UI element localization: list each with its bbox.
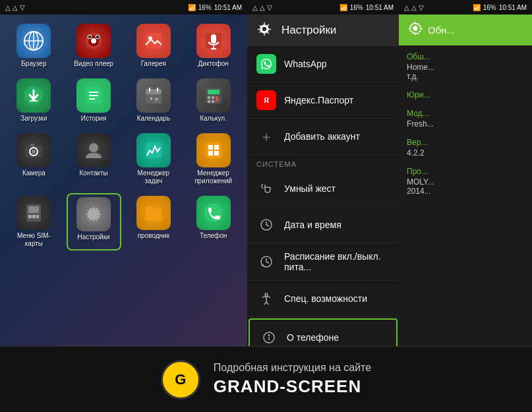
- dictaphone-icon: [196, 24, 231, 58]
- third-item-value-0: Home...: [407, 63, 524, 72]
- time-display: 10:51 AM: [214, 4, 242, 11]
- third-content: Обш... Home... т.д. Юри... Мод... Fresh.…: [399, 45, 532, 346]
- settings-item-yandex[interactable]: Я Яндекс.Паспорт: [247, 82, 399, 119]
- banner-title: GRAND-SCREEN: [214, 376, 371, 397]
- browser-icon: [16, 24, 51, 58]
- svg-rect-43: [214, 151, 219, 156]
- app-phone[interactable]: Телефон: [186, 193, 241, 250]
- app-taskmgr[interactable]: Менеджер задач: [127, 131, 181, 188]
- history-label: История: [81, 115, 107, 123]
- svg-point-37: [89, 143, 98, 152]
- app-dictaphone[interactable]: Диктофон: [186, 21, 241, 71]
- video-label: Видео плеер: [74, 60, 113, 68]
- app-gallery[interactable]: Галерея: [127, 21, 181, 71]
- third-status-bar: △ △ ▽ 📶 16% 10:51 AM: [399, 0, 532, 15]
- settings-item-accessibility[interactable]: Спец. возможности: [247, 281, 399, 317]
- settings-item-add-account[interactable]: ＋ Добавить аккаунт: [247, 119, 399, 155]
- calendar-icon: + =: [136, 78, 171, 113]
- download-icon: [16, 78, 51, 113]
- gesture-label: Умный жест: [284, 183, 336, 194]
- settings-item-gesture[interactable]: Умный жест: [247, 171, 399, 207]
- download-label: Загрузки: [20, 115, 47, 123]
- app-calendar[interactable]: + = Календарь: [127, 76, 181, 125]
- settings-label: Настройки: [78, 233, 110, 241]
- third-panel: △ △ ▽ 📶 16% 10:51 AM Обн... Об: [399, 0, 532, 346]
- settings-item-schedule[interactable]: Расписание вкл./выкл. пита...: [247, 243, 399, 281]
- svg-point-8: [96, 35, 100, 39]
- camera-label: Камера: [22, 169, 45, 177]
- settings-title: Настройки: [281, 24, 336, 37]
- bottom-banner: G Подробная инструкция на сайте GRAND-SC…: [0, 346, 532, 412]
- left-phone-panel: △ △ ▽ 📶 16% 10:51 AM Браузер Видео плеер: [0, 0, 247, 346]
- svg-point-49: [204, 204, 223, 222]
- gallery-label: Галерея: [141, 60, 166, 68]
- app-history[interactable]: История: [67, 76, 121, 125]
- svg-rect-30: [216, 96, 218, 102]
- svg-rect-46: [28, 215, 32, 218]
- right-section: △ △ ▽ 📶 16% 10:51 AM Настройки: [247, 0, 532, 346]
- app-video[interactable]: Видео плеер: [67, 21, 121, 71]
- third-gear-icon: [408, 21, 423, 39]
- svg-rect-12: [211, 34, 216, 44]
- app-sim[interactable]: Меню SIM-карты: [7, 193, 61, 250]
- app-contacts[interactable]: Контакты: [67, 131, 121, 188]
- banner-subtitle: Подробная инструкция на сайте: [214, 362, 371, 374]
- app-calc[interactable]: Калькул.: [186, 76, 241, 125]
- app-download[interactable]: Загрузки: [7, 76, 61, 125]
- third-item-value-0b: т.д.: [407, 72, 524, 81]
- svg-rect-9: [146, 33, 162, 49]
- svg-rect-48: [36, 215, 39, 218]
- settings-signal: 📶: [340, 4, 347, 11]
- app-appmgr[interactable]: Менеджер приложений: [186, 131, 241, 188]
- battery-level: 16%: [198, 4, 212, 11]
- third-header-title: Обн...: [428, 24, 455, 36]
- settings-item-about[interactable]: О телефоне: [249, 318, 398, 346]
- appmgr-icon: [196, 133, 231, 167]
- home-screen: Браузер Видео плеер Галерея Диктофон: [0, 15, 247, 346]
- settings-item-whatsapp[interactable]: WhatsApp: [247, 46, 399, 82]
- yandex-icon: Я: [256, 90, 276, 110]
- third-time: 10:51 AM: [499, 4, 527, 11]
- svg-point-6: [91, 38, 96, 44]
- calc-icon: [196, 78, 231, 113]
- gesture-icon: [256, 179, 276, 198]
- app-camera[interactable]: Камера: [7, 131, 61, 188]
- app-browser[interactable]: Браузер: [7, 21, 61, 71]
- add-account-icon: ＋: [256, 127, 276, 146]
- svg-rect-41: [214, 145, 219, 150]
- third-item-title-2: Мод...: [407, 109, 524, 118]
- whatsapp-label: WhatsApp: [284, 59, 327, 69]
- signal-icon: 📶: [188, 4, 196, 11]
- about-label: О телефоне: [287, 332, 339, 343]
- settings-list: WhatsApp Я Яндекс.Паспорт ＋ Добавить акк…: [247, 46, 399, 346]
- browser-label: Браузер: [21, 60, 46, 68]
- contacts-icon: [76, 133, 111, 167]
- system-section-header: СИСТЕМА: [247, 155, 399, 171]
- add-account-label: Добавить аккаунт: [284, 131, 360, 142]
- settings-icon-img: [76, 197, 111, 231]
- third-item-value-2: Fresh...: [407, 119, 524, 129]
- third-item-value-4b: 2014...: [407, 187, 524, 196]
- calc-label: Калькул.: [200, 115, 226, 123]
- svg-rect-47: [32, 215, 36, 218]
- third-item-value-3: 4.2.2: [407, 148, 524, 158]
- svg-rect-28: [208, 96, 210, 99]
- accessibility-icon: [256, 289, 276, 309]
- settings-header: Настройки: [247, 15, 399, 46]
- app-filemgr[interactable]: проводник: [127, 193, 181, 250]
- svg-point-35: [32, 150, 36, 154]
- third-item-2: Мод... Fresh...: [407, 109, 524, 129]
- datetime-label: Дата и время: [284, 220, 341, 230]
- third-status-right: 📶 16% 10:51 AM: [473, 4, 527, 11]
- third-item-0: Обш... Home... т.д.: [407, 52, 524, 81]
- app-settings[interactable]: Настройки: [67, 193, 121, 250]
- taskmgr-icon: [136, 133, 171, 167]
- settings-time: 10:51 AM: [366, 4, 394, 11]
- third-header: Обн...: [399, 15, 532, 45]
- taskmgr-label: Менеджер задач: [129, 169, 179, 185]
- left-status-right: 📶 16% 10:51 AM: [188, 4, 242, 11]
- settings-item-datetime[interactable]: Дата и время: [247, 207, 399, 243]
- gallery-icon: [136, 24, 171, 58]
- calendar-label: Календарь: [137, 115, 170, 123]
- settings-status-bar: △ △ ▽ 📶 16% 10:51 AM: [247, 0, 399, 15]
